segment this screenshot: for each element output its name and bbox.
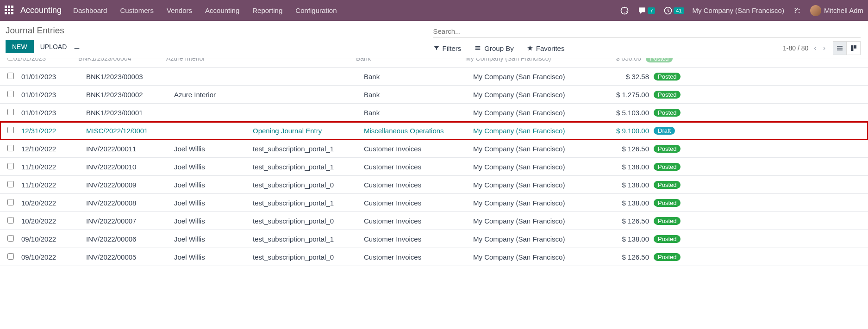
row-checkbox[interactable] <box>7 91 14 97</box>
menu-accounting[interactable]: Accounting <box>205 6 239 14</box>
cell-amount: $ 650.00 <box>586 58 646 62</box>
cell-partner: Joel Willis <box>174 217 253 225</box>
support-icon[interactable] <box>620 6 629 15</box>
cell-reference: Opening Journal Entry <box>253 127 364 135</box>
cell-amount: $ 9,100.00 <box>593 127 654 135</box>
cell-journal: Miscellaneous Operations <box>364 127 473 135</box>
row-checkbox[interactable] <box>7 163 14 169</box>
activities-badge: 41 <box>674 7 684 14</box>
row-checkbox[interactable] <box>7 145 14 151</box>
table-row[interactable]: 09/10/2022 INV/2022/00006 Joel Willis te… <box>0 230 868 248</box>
cell-company: My Company (San Francisco) <box>473 145 593 153</box>
row-checkbox[interactable] <box>7 58 13 61</box>
cell-company: My Company (San Francisco) <box>473 109 593 117</box>
table-row[interactable]: 09/10/2022 INV/2022/00005 Joel Willis te… <box>0 248 868 266</box>
status-badge: Posted <box>654 163 681 171</box>
menu-configuration[interactable]: Configuration <box>295 6 337 14</box>
messages-icon[interactable]: 7 <box>637 6 655 15</box>
table-row[interactable]: 11/10/2022 INV/2022/00009 Joel Willis te… <box>0 176 868 194</box>
table-row[interactable]: 12/31/2022 MISC/2022/12/0001 Opening Jou… <box>0 122 868 140</box>
app-brand[interactable]: Accounting <box>20 6 62 15</box>
cell-date: 10/20/2022 <box>21 217 86 225</box>
table-row[interactable]: 11/10/2022 INV/2022/00010 Joel Willis te… <box>0 158 868 176</box>
table-row[interactable]: 12/10/2022 INV/2022/00011 Joel Willis te… <box>0 140 868 158</box>
cell-date: 01/01/2023 <box>21 109 86 117</box>
view-kanban-button[interactable] <box>847 41 861 55</box>
download-icon[interactable] <box>73 43 81 50</box>
messages-badge: 7 <box>648 7 655 14</box>
cell-company: My Company (San Francisco) <box>473 163 593 171</box>
table-row[interactable]: 01/01/2023 BNK1/2023/00003 Bank My Compa… <box>0 68 868 86</box>
menu-reporting[interactable]: Reporting <box>252 6 282 14</box>
cell-amount: $ 138.00 <box>593 181 654 189</box>
cell-partner: Joel Willis <box>174 253 253 261</box>
nav-right: 7 41 My Company (San Francisco) Mitchell… <box>620 5 863 16</box>
table-row[interactable]: 10/20/2022 INV/2022/00007 Joel Willis te… <box>0 212 868 230</box>
cell-partner: Joel Willis <box>174 163 253 171</box>
table-row[interactable]: 01/01/2023 BNK1/2023/00004 Azure Interio… <box>0 58 868 68</box>
table-row[interactable]: 01/01/2023 BNK1/2023/00001 Bank My Compa… <box>0 104 868 122</box>
cell-partner: Joel Willis <box>174 235 253 243</box>
menu-dashboard[interactable]: Dashboard <box>73 6 107 14</box>
cell-number: INV/2022/00006 <box>86 235 174 243</box>
search-input[interactable] <box>433 27 861 35</box>
pager-text[interactable]: 1-80 / 80 <box>783 44 808 52</box>
cell-reference: test_subscription_portal_1 <box>253 145 364 153</box>
user-menu[interactable]: Mitchell Adm <box>810 5 863 16</box>
new-button[interactable]: NEW <box>6 40 34 53</box>
cell-amount: $ 32.58 <box>593 73 654 81</box>
cell-amount: $ 138.00 <box>593 235 654 243</box>
activities-icon[interactable]: 41 <box>663 6 684 15</box>
cell-company: My Company (San Francisco) <box>473 127 593 135</box>
row-checkbox[interactable] <box>7 181 14 187</box>
row-checkbox[interactable] <box>7 253 14 260</box>
row-checkbox[interactable] <box>7 109 14 115</box>
cell-partner: Joel Willis <box>174 199 253 207</box>
upload-button[interactable]: UPLOAD <box>40 43 67 50</box>
cell-date: 10/20/2022 <box>21 199 86 207</box>
status-badge: Posted <box>654 73 681 81</box>
row-checkbox[interactable] <box>7 127 14 133</box>
status-badge: Posted <box>646 58 673 62</box>
cell-reference: test_subscription_portal_1 <box>253 163 364 171</box>
cell-date: 01/01/2023 <box>21 73 86 81</box>
cell-amount: $ 126.50 <box>593 253 654 261</box>
row-checkbox[interactable] <box>7 199 14 205</box>
debug-icon[interactable] <box>793 6 802 15</box>
cell-date: 12/10/2022 <box>21 145 86 153</box>
table-row[interactable]: 01/01/2023 BNK1/2023/00002 Azure Interio… <box>0 86 868 104</box>
table-row[interactable]: 10/20/2022 INV/2022/00008 Joel Willis te… <box>0 194 868 212</box>
cell-reference: test_subscription_portal_0 <box>253 217 364 225</box>
favorites-button[interactable]: Favorites <box>527 44 565 52</box>
pager-prev[interactable]: ‹ <box>813 44 817 52</box>
menu-customers[interactable]: Customers <box>120 6 154 14</box>
cell-company: My Company (San Francisco) <box>473 91 593 99</box>
apps-icon[interactable] <box>5 6 15 16</box>
cell-journal: Customer Invoices <box>364 253 473 261</box>
cell-amount: $ 138.00 <box>593 199 654 207</box>
cell-amount: $ 5,103.00 <box>593 109 654 117</box>
cell-date: 12/31/2022 <box>21 127 86 135</box>
row-checkbox[interactable] <box>7 235 14 242</box>
cell-date: 11/10/2022 <box>21 163 86 171</box>
filters-button[interactable]: Filters <box>433 44 462 52</box>
status-badge: Posted <box>654 181 681 189</box>
cell-reference: test_subscription_portal_0 <box>253 181 364 189</box>
row-checkbox[interactable] <box>7 73 14 79</box>
cell-number: BNK1/2023/00003 <box>86 73 174 81</box>
status-badge: Posted <box>654 253 681 261</box>
cell-journal: Customer Invoices <box>364 199 473 207</box>
cell-number: INV/2022/00009 <box>86 181 174 189</box>
search-bar <box>433 25 861 37</box>
status-badge: Posted <box>654 109 681 117</box>
row-checkbox[interactable] <box>7 217 14 223</box>
cell-partner: Azure Interior <box>166 58 245 62</box>
pager-next[interactable]: › <box>822 44 826 52</box>
status-badge: Draft <box>654 127 675 135</box>
company-selector[interactable]: My Company (San Francisco) <box>693 6 784 14</box>
cell-journal: Customer Invoices <box>364 235 473 243</box>
menu-vendors[interactable]: Vendors <box>167 6 192 14</box>
cell-number: MISC/2022/12/0001 <box>86 127 174 135</box>
groupby-button[interactable]: Group By <box>474 44 513 52</box>
view-list-button[interactable] <box>833 41 847 55</box>
